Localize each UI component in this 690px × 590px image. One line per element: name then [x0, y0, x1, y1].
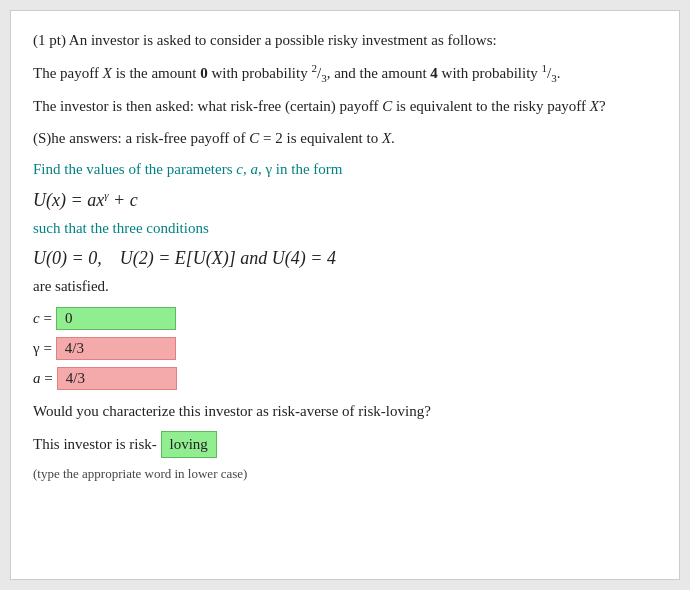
header-line: (1 pt) An investor is asked to consider …	[33, 29, 657, 52]
risk-question-text: Would you characterize this investor as …	[33, 403, 431, 419]
c-answer[interactable]: 0	[56, 307, 176, 330]
risk-free-text: The investor is then asked: what risk-fr…	[33, 98, 606, 114]
note-line: (type the appropriate word in lower case…	[33, 466, 657, 482]
a-row: a = 4/3	[33, 367, 657, 390]
risk-free-question: The investor is then asked: what risk-fr…	[33, 95, 657, 118]
risk-answer-line: This investor is risk- loving	[33, 431, 657, 458]
header-text: (1 pt) An investor is asked to consider …	[33, 32, 497, 48]
note-text: (type the appropriate word in lower case…	[33, 466, 247, 481]
such-that-text: such that the three conditions	[33, 220, 209, 236]
c-row: c = 0	[33, 307, 657, 330]
risk-answer-box[interactable]: loving	[161, 431, 217, 458]
c-label: c =	[33, 310, 52, 327]
risk-question-line: Would you characterize this investor as …	[33, 400, 657, 423]
find-text: Find the values of the parameters c, a, …	[33, 161, 342, 177]
answers-text: (S)he answers: a risk-free payoff of C =…	[33, 130, 395, 146]
a-label: a =	[33, 370, 53, 387]
gamma-answer[interactable]: 4/3	[56, 337, 176, 360]
find-line: Find the values of the parameters c, a, …	[33, 158, 657, 181]
payoff-prefix: The payoff X is the amount 0 with probab…	[33, 65, 561, 81]
gamma-label: γ =	[33, 340, 52, 357]
a-answer[interactable]: 4/3	[57, 367, 177, 390]
answers-line: (S)he answers: a risk-free payoff of C =…	[33, 127, 657, 150]
utility-func-display: U(x) = axγ + c	[33, 189, 657, 211]
risk-prefix-text: This investor is risk-	[33, 436, 157, 452]
are-satisfied-text: are satisfied.	[33, 278, 109, 294]
are-satisfied-line: are satisfied.	[33, 275, 657, 298]
payoff-line: The payoff X is the amount 0 with probab…	[33, 60, 657, 87]
main-card: (1 pt) An investor is asked to consider …	[10, 10, 680, 580]
gamma-row: γ = 4/3	[33, 337, 657, 360]
conditions-display: U(0) = 0, U(2) = E[U(X)] and U(4) = 4	[33, 248, 657, 269]
such-that-line: such that the three conditions	[33, 217, 657, 240]
